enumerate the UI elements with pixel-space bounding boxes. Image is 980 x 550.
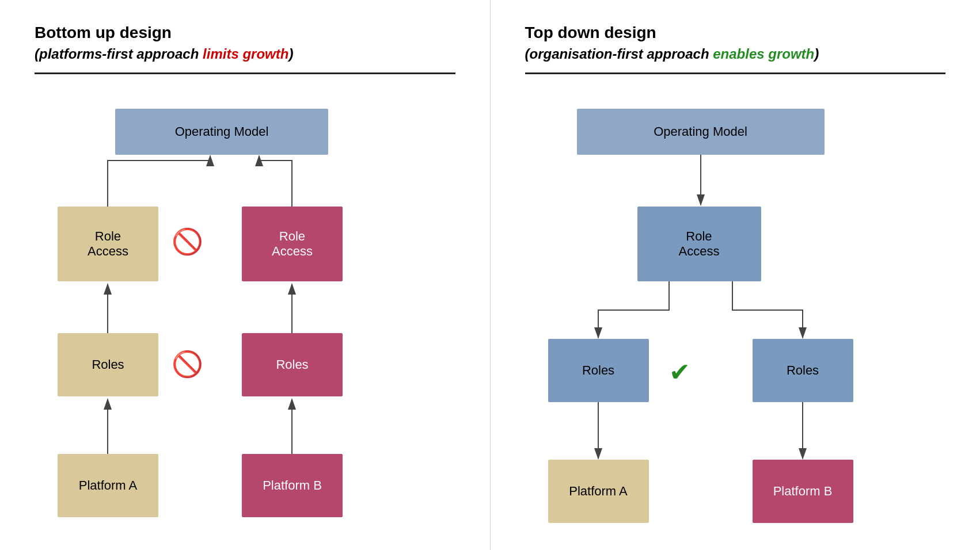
right-platform-a: Platform A (548, 460, 649, 523)
left-platform-a: Platform A (58, 454, 158, 517)
left-diagram: Operating Model RoleAccess RoleAccess 🚫 … (35, 91, 455, 550)
right-operating-model: Operating Model (577, 109, 825, 155)
left-roles-a: Roles (58, 333, 158, 396)
main-container: Bottom up design (platforms-first approa… (0, 0, 980, 550)
left-subtitle-text: platforms-first approach (39, 46, 203, 62)
right-subtitle-highlight: enables growth (713, 46, 814, 62)
left-subtitle-highlight: limits growth (203, 46, 288, 62)
right-check-symbol: ✔ (669, 357, 690, 387)
left-roles-b: Roles (242, 333, 343, 396)
left-role-access-a: RoleAccess (58, 207, 158, 281)
right-subtitle-text: organisation-first approach (530, 46, 713, 62)
right-roles-a: Roles (548, 339, 649, 402)
right-role-access: RoleAccess (637, 207, 761, 281)
left-no-symbol-2: 🚫 (172, 349, 203, 379)
left-platform-b: Platform B (242, 454, 343, 517)
left-panel: Bottom up design (platforms-first approa… (0, 0, 491, 550)
left-role-access-b: RoleAccess (242, 207, 343, 281)
left-title: Bottom up design (35, 23, 455, 43)
right-title: Top down design (525, 23, 946, 43)
left-no-symbol-1: 🚫 (172, 227, 203, 257)
right-panel: Top down design (organisation-first appr… (491, 0, 981, 550)
left-operating-model: Operating Model (115, 109, 328, 155)
left-divider (35, 72, 455, 74)
left-subtitle: (platforms-first approach limits growth) (35, 46, 455, 62)
right-divider (525, 72, 946, 74)
right-platform-b: Platform B (753, 460, 853, 523)
right-diagram: Operating Model RoleAccess Roles Roles ✔… (525, 91, 946, 550)
right-subtitle: (organisation-first approach enables gro… (525, 46, 946, 62)
right-roles-b: Roles (753, 339, 853, 402)
